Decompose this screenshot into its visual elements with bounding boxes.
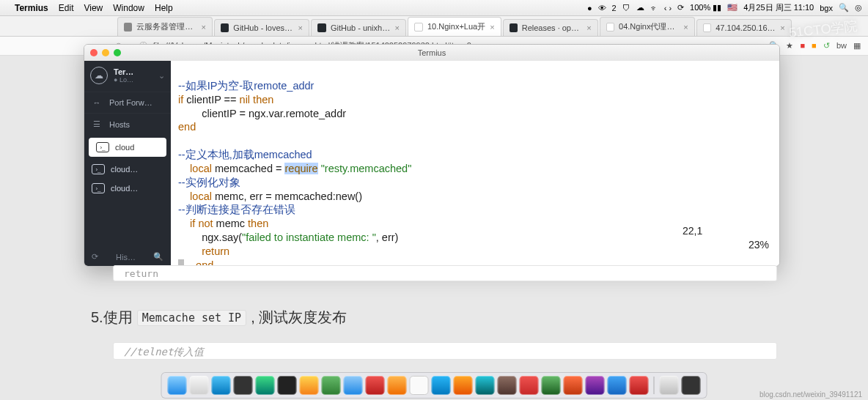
dock-app-icon[interactable] [682,376,701,395]
terminal-pane[interactable]: --如果IP为空-取remote_addr if clientIP == nil… [171,61,779,266]
terminal-glyph-icon: ☁ [90,67,108,84]
menu-view[interactable]: View [84,3,103,13]
port-forward-icon: ↔ [92,98,102,107]
dock-app-icon[interactable] [476,376,495,395]
cloud-icon[interactable]: ☁ [636,3,644,12]
termius-window: Termius ☁ Ter… ● Lo… ⌄ ↔ Port Forw… ☰ Ho… [84,44,780,267]
sidebar-item-label[interactable]: His… [116,253,136,262]
code-text: ngx.say( [178,232,242,243]
dock-app-icon[interactable] [212,376,231,395]
tab-label: 10.Nginx+Lua开 [427,21,485,32]
search-icon[interactable]: 🔍 [153,252,163,262]
arrows-icon[interactable]: ‹ › [664,4,672,12]
dock-app-icon[interactable] [520,376,539,395]
app-name[interactable]: Termius [15,3,48,13]
tab-close-icon[interactable]: × [683,23,688,32]
favicon-icon [414,23,423,32]
tab-close-icon[interactable]: × [298,23,303,32]
dock-app-icon[interactable] [498,376,517,395]
dock-app-icon[interactable] [586,376,605,395]
dock-app-icon[interactable] [300,376,319,395]
dock-app-icon[interactable] [190,376,209,395]
window-titlebar[interactable]: Termius [84,45,779,61]
menu-edit[interactable]: Edit [59,3,74,13]
browser-tab[interactable]: 云服务器管理控制× [117,17,213,36]
tab-label: GitHub - unixhot/ [331,23,391,32]
zoom-window-icon[interactable] [114,49,121,56]
sidebar-item-label: Hosts [109,120,130,129]
dock-app-icon[interactable] [322,376,341,395]
ext-icon[interactable]: ■ [800,41,805,50]
wifi-icon[interactable]: ᯤ [650,4,658,12]
dock-app-icon[interactable] [388,376,407,395]
code-highlight: require [284,163,317,174]
code-fragment: return [113,265,777,281]
notification-icon[interactable]: ◎ [855,3,862,12]
dock-separator [654,377,655,394]
sidebar-host-item[interactable]: ›_ cloud… [84,179,171,198]
favicon-icon [124,23,132,32]
dock-app-icon[interactable] [410,376,429,395]
history-icon[interactable]: ⟳ [92,252,98,262]
cursor-position: 22,1 [683,225,702,237]
dock-app-icon[interactable] [256,376,275,395]
macos-menubar: Termius Edit View Window Help ● 👁 2 ⛉ ☁ … [0,0,868,16]
dock-app-icon[interactable] [608,376,627,395]
terminal-badge-icon: ›_ [96,142,109,152]
dock-trash-icon[interactable] [660,376,679,395]
tab-close-icon[interactable]: × [202,23,206,32]
sidebar-item-hosts[interactable]: ☰ Hosts [84,113,171,135]
close-window-icon[interactable] [90,49,98,56]
dock-app-icon[interactable] [234,376,253,395]
dock-app-icon[interactable] [168,376,187,395]
minimize-window-icon[interactable] [102,49,109,56]
sidebar-item-portforward[interactable]: ↔ Port Forw… [84,92,171,113]
dock-app-icon[interactable] [454,376,473,395]
ext-icon[interactable]: ★ [786,41,793,50]
sync-icon[interactable]: ⟳ [677,3,684,12]
ext-icon[interactable]: ↺ [823,41,830,50]
shield-icon[interactable]: ⛉ [622,4,630,12]
tab-close-icon[interactable]: × [395,23,400,32]
tab-close-icon[interactable]: × [490,23,494,32]
code-text: memcached = [215,163,285,174]
eye-icon[interactable]: 👁 [598,4,606,12]
browser-tab[interactable]: GitHub - unixhot/× [311,19,406,36]
browser-tab[interactable]: 04.Nginx代理服务× [600,17,695,36]
dock-app-icon[interactable] [278,376,297,395]
browser-tab[interactable]: GitHub - loveshell× [214,19,309,36]
input-flag-icon[interactable]: 🇺🇸 [727,3,738,12]
dock-app-icon[interactable] [432,376,451,395]
record-icon[interactable]: ● [587,4,592,12]
sidebar-host-item[interactable]: ›_ cloud [89,138,166,157]
dock-app-icon[interactable] [344,376,363,395]
ext-icon[interactable]: bw [836,41,847,50]
tab-close-icon[interactable]: × [586,23,591,32]
dock-app-icon[interactable] [564,376,583,395]
tab-close-icon[interactable]: × [780,23,784,32]
browser-tab[interactable]: Releases · openre× [503,19,598,36]
clock-date[interactable]: 4月25日 周三 11:10 [743,2,814,13]
ext-icon[interactable]: ■ [812,41,817,50]
menu-window[interactable]: Window [113,3,144,13]
code-keyword: if not [178,218,216,229]
battery-status[interactable]: 100% ▮▮ [690,3,721,12]
spotlight-icon[interactable]: 🔍 [839,3,849,12]
dock-app-icon[interactable] [630,376,649,395]
sidebar-header[interactable]: ☁ Ter… ● Lo… ⌄ [84,61,171,92]
user-name[interactable]: bgx [820,4,833,12]
ext-icon[interactable]: ▦ [853,41,861,50]
sidebar-item-label: cloud… [111,184,138,193]
chevron-down-icon[interactable]: ⌄ [158,71,165,81]
scroll-percent: 23% [749,239,769,251]
browser-tab[interactable]: 10.Nginx+Lua开× [408,17,501,36]
menu-help[interactable]: Help [155,3,173,13]
count-badge[interactable]: 2 [612,4,617,12]
favicon-icon [221,23,229,32]
dock-app-icon[interactable] [542,376,561,395]
tab-label: 47.104.250.169/n [716,23,776,32]
sidebar-host-item[interactable]: ›_ cloud… [84,160,171,179]
dock-app-icon[interactable] [366,376,385,395]
code-text: clientIP == [186,94,239,105]
browser-tab[interactable]: 47.104.250.169/n× [696,19,792,36]
